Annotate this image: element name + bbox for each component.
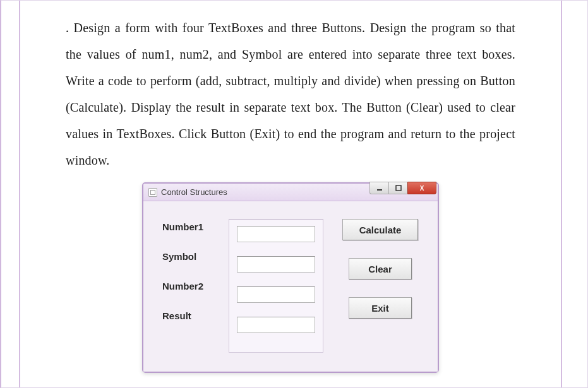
window-titlebar: Control Structures X — [143, 184, 438, 201]
form-client-area: Number1 Symbol Number2 Result Calculate … — [143, 201, 438, 372]
result-field[interactable] — [237, 317, 315, 333]
close-icon: X — [420, 185, 424, 192]
window-controls: X — [369, 182, 436, 196]
label-symbol: Symbol — [162, 251, 229, 262]
label-result: Result — [162, 310, 229, 321]
page-content: . Design a form with four TextBoxes and … — [19, 1, 562, 387]
symbol-field[interactable] — [237, 256, 315, 273]
textbox-panel — [229, 219, 323, 353]
app-icon — [148, 188, 157, 197]
application-window: Control Structures X — [142, 182, 439, 373]
window-title: Control Structures — [161, 187, 227, 197]
minimize-icon — [376, 185, 383, 191]
form-screenshot: Control Structures X — [142, 182, 439, 373]
number1-field[interactable] — [237, 226, 315, 242]
exit-button[interactable]: Exit — [349, 297, 412, 319]
clear-button[interactable]: Clear — [349, 258, 412, 279]
label-number1: Number1 — [162, 221, 229, 232]
page-frame: . Design a form with four TextBoxes and … — [0, 0, 588, 388]
labels-column: Number1 Symbol Number2 Result — [162, 219, 229, 353]
number2-field[interactable] — [237, 286, 315, 303]
problem-statement: . Design a form with four TextBoxes and … — [66, 15, 515, 173]
svg-rect-1 — [396, 185, 401, 191]
buttons-column: Calculate Clear Exit — [342, 219, 418, 353]
close-button[interactable]: X — [407, 182, 436, 194]
maximize-button[interactable] — [388, 182, 407, 194]
label-number2: Number2 — [162, 281, 229, 291]
maximize-icon — [395, 185, 402, 191]
calculate-button[interactable]: Calculate — [342, 219, 418, 240]
minimize-button[interactable] — [369, 182, 388, 194]
